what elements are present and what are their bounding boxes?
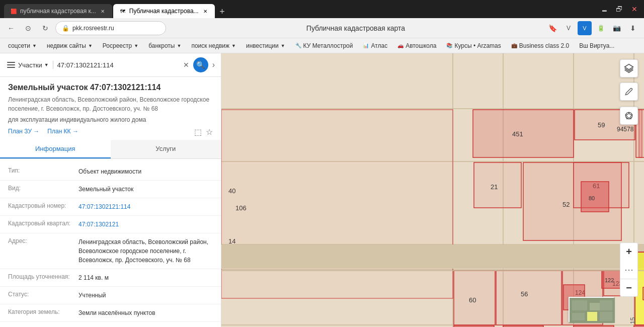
plan-kk-link[interactable]: План КК → (47, 128, 78, 135)
map-zoom-controls: + ⋯ − (620, 242, 638, 297)
tab-close-active[interactable]: ✕ (202, 8, 209, 15)
property-actions: ⬚ ☆ (194, 127, 213, 137)
screenshots-icon[interactable]: 📷 (610, 21, 624, 35)
svg-rect-38 (221, 244, 644, 269)
bookmark-avtoshkola-favicon: 🚗 (397, 43, 404, 48)
field-status-label: Статус: (8, 291, 78, 298)
bookmark-virtu[interactable]: Вш Виртуа... (575, 41, 618, 50)
tab-services[interactable]: Услуги (111, 140, 221, 158)
back-button[interactable]: ← (4, 21, 18, 35)
map-svg: 451 59 94578 58 58 52 21 61 (221, 53, 644, 327)
info-tabs: Информация Услуги (0, 140, 221, 159)
search-button[interactable]: 🔍 (193, 57, 208, 72)
extension2-icon[interactable]: V (578, 21, 592, 35)
category-dropdown-icon: ▼ (44, 62, 49, 67)
field-land-category-label: Категория земель: (8, 308, 78, 315)
bookmark-nedviz[interactable]: недвиж сайты ▼ (43, 41, 97, 50)
bookmark-business-label: Business class 2.0 (519, 42, 569, 49)
property-address-line2: поселение, г. Всеволожск, пр. Достоевско… (8, 105, 158, 112)
bookmark-investitsii[interactable]: инвестиции ▼ (242, 41, 289, 50)
tab-inactive[interactable]: 🟥 публичная кадастровая к... ✕ (4, 4, 112, 18)
bookmark-kursy-favicon: 📚 (446, 43, 452, 48)
bookmarks-bar: соцсети ▼ недвиж сайты ▼ Росреестр ▼ бан… (0, 38, 644, 53)
bookmark-business[interactable]: 💼 Business class 2.0 (507, 41, 573, 50)
bookmark-atlas[interactable]: 📊 Атлас (359, 41, 391, 50)
svg-rect-11 (473, 110, 574, 157)
tab-favicon-inactive: 🟥 (10, 8, 17, 15)
bankroty-dropdown-icon: ▼ (177, 43, 181, 48)
map-area[interactable]: 451 59 94578 58 58 52 21 61 (221, 53, 644, 327)
bookmark-socsets[interactable]: соцсети ▼ (4, 41, 41, 50)
hamburger-icon (6, 61, 16, 69)
bookmark-rosreestr[interactable]: Росреестр ▼ (99, 41, 142, 50)
tab-active[interactable]: 🗺 Публичная кадастрова... ✕ (113, 4, 215, 18)
bookmark-nedviz-label: недвиж сайты (47, 42, 86, 49)
investitsii-dropdown-icon: ▼ (281, 43, 285, 48)
socsets-dropdown-icon: ▼ (32, 43, 37, 48)
zoom-in-button[interactable]: + (620, 242, 638, 261)
field-status-value: Учтенный (78, 291, 213, 300)
map-layers-button[interactable] (620, 59, 638, 77)
search-category[interactable]: Участки ▼ (6, 61, 53, 69)
bookmark-ku-metal-favicon: 🔧 (295, 43, 301, 48)
tab-active-label: Публичная кадастрова... (129, 8, 199, 15)
close-button[interactable]: ✕ (629, 4, 640, 15)
maximize-button[interactable]: 🗗 (614, 4, 625, 15)
svg-text:21: 21 (491, 183, 498, 191)
field-vid-value: Земельный участок (78, 185, 213, 194)
new-tab-button[interactable]: + (216, 5, 229, 18)
plan-zu-link[interactable]: План ЗУ → (8, 128, 39, 135)
main-content: Участки ▼ ✕ 🔍 › Земельный участок 47:07:… (0, 53, 644, 327)
field-cadastral-block-value[interactable]: 47:07:1302121 (78, 220, 213, 229)
search-category-label: Участки (18, 61, 42, 69)
clear-search-button[interactable]: ✕ (183, 61, 189, 69)
field-area-label: Площадь уточненная: (8, 273, 78, 280)
field-address-label: Адрес: (8, 237, 78, 244)
hamburger-line-2 (7, 64, 15, 65)
favicon-button[interactable]: ⊙ (21, 21, 35, 35)
minimize-button[interactable]: 🗕 (599, 4, 610, 15)
field-area-value: 2 114 кв. м (78, 273, 213, 282)
extension3-icon[interactable]: 🔋 (594, 21, 608, 35)
property-title: Земельный участок 47:07:1302121:114 (8, 83, 213, 92)
bookmark-icon[interactable]: 🔖 (545, 21, 559, 35)
collapse-panel-button[interactable]: › (212, 60, 215, 69)
bookmark-avtoshkola[interactable]: 🚗 Автошкола (393, 41, 440, 50)
svg-rect-75 (572, 313, 585, 320)
map-pen-button[interactable] (620, 83, 638, 101)
field-address: Адрес: Ленинградская область, Всеволожск… (0, 233, 221, 269)
field-address-value: Ленинградская область, Всеволожский райо… (78, 237, 213, 265)
map-compass-button[interactable] (620, 107, 638, 125)
share-icon[interactable]: ⬚ (194, 127, 202, 137)
address-input-container[interactable]: 🔒 pkk.rosreestr.ru (55, 21, 166, 35)
bookmark-bankroty[interactable]: банкроты ▼ (144, 41, 185, 50)
property-links: План ЗУ → План КК → (8, 128, 78, 135)
bookmark-poisk[interactable]: поиск недвиж ▼ (187, 41, 240, 50)
field-cadastral-num-value[interactable]: 47:07:1302121:114 (78, 202, 213, 211)
svg-rect-28 (581, 182, 609, 212)
bookmark-bankroty-label: банкроты (148, 42, 175, 49)
field-type-value: Объект недвижимости (78, 167, 213, 176)
svg-rect-77 (600, 312, 612, 321)
zoom-mid: ⋯ (620, 261, 638, 279)
svg-rect-74 (600, 300, 612, 310)
hamburger-line-3 (7, 67, 15, 68)
left-panel: Участки ▼ ✕ 🔍 › Земельный участок 47:07:… (0, 53, 221, 327)
bookmark-ku-metal-label: КУ Металлострой (303, 42, 353, 49)
star-icon[interactable]: ☆ (206, 127, 213, 137)
tab-info[interactable]: Информация (0, 140, 111, 158)
svg-rect-73 (590, 303, 600, 310)
field-cadastral-block-label: Кадастровый квартал: (8, 220, 78, 227)
field-cadastral-block: Кадастровый квартал: 47:07:1302121 (0, 216, 221, 233)
search-input[interactable] (57, 61, 179, 69)
tab-close-inactive[interactable]: ✕ (99, 8, 106, 15)
map-thumbnail (569, 297, 614, 322)
refresh-button[interactable]: ↻ (38, 21, 52, 35)
extensions-icon[interactable]: V (561, 21, 576, 35)
address-bar: ← ⊙ ↻ 🔒 pkk.rosreestr.ru Публичная кадас… (0, 18, 644, 38)
zoom-out-button[interactable]: − (620, 279, 638, 297)
download-icon[interactable]: ⬇ (626, 21, 640, 35)
bookmark-kursy[interactable]: 📚 Курсы • Arzamas (442, 41, 505, 50)
bookmark-ku-metal[interactable]: 🔧 КУ Металлострой (291, 41, 357, 50)
search-action-icons: ✕ (183, 61, 189, 69)
